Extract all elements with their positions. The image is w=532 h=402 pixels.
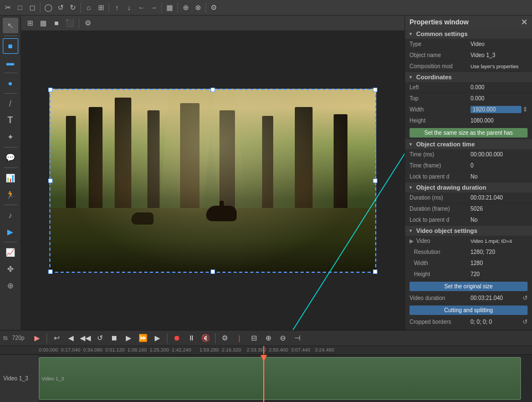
play-icon[interactable]: ▶ — [31, 332, 43, 344]
canvas-fill-icon[interactable]: ■ — [51, 18, 62, 29]
prop-video-height: Height 720 — [405, 269, 532, 280]
track-clip[interactable]: Video 1_3 — [39, 357, 521, 400]
move-tool[interactable]: ⊕ — [3, 278, 18, 293]
stop-icon[interactable]: ⏹ — [108, 332, 120, 344]
prop-width: Width 1920.000 ⇕ — [405, 104, 532, 115]
canvas-settings-icon[interactable]: ⚙ — [83, 18, 94, 29]
tool-separator-1 — [4, 35, 17, 36]
pattern-icon[interactable]: ▦ — [164, 2, 175, 13]
zoom-in-icon[interactable]: ⊕ — [262, 332, 274, 344]
prop-lock-parent-creation: Lock to parent d No — [405, 171, 532, 182]
tool-separator-7 — [4, 242, 17, 242]
canvas-viewport[interactable] — [21, 31, 405, 330]
marker-icon[interactable]: | — [233, 332, 245, 344]
loop-icon[interactable]: ↺ — [94, 332, 106, 344]
arrow-down-icon[interactable]: ↓ — [124, 2, 135, 13]
prop-stretch-video: Stretch video No — [405, 328, 532, 330]
tool-separator-4 — [4, 147, 17, 147]
rewind-icon[interactable]: ◀◀ — [79, 332, 91, 344]
zoom-out-icon[interactable]: ⊖ — [277, 332, 289, 344]
settings-icon[interactable]: ⚙ — [208, 2, 219, 13]
track-label: Video 1_3 — [0, 355, 39, 402]
canvas-grid-icon[interactable]: ⊞ — [24, 18, 35, 29]
arrow-up-icon[interactable]: ↑ — [111, 2, 122, 13]
arrow-left-icon[interactable]: ← — [136, 2, 147, 13]
video-image — [49, 89, 376, 273]
analytics-tool[interactable]: 📈 — [3, 245, 18, 260]
width-spinbox[interactable]: ⇕ — [523, 106, 528, 113]
main-area: ↖ ■ ▬ ● / T ✦ 💬 📊 🏃 ♪ ▶ 📈 ✤ ⊕ ⊞ ▦ ■ ⬛ ⚙ — [0, 16, 532, 330]
text-tool[interactable]: T — [3, 113, 18, 128]
undo-icon[interactable]: ↺ — [55, 2, 66, 13]
pointer-tool[interactable]: ↖ — [3, 18, 18, 33]
chart-tool[interactable]: 📊 — [3, 170, 18, 186]
cropped-reset[interactable]: ↺ — [523, 318, 528, 325]
timeline-area: 0:00.000 0:17.040 0:34.080 0:51.120 1:08… — [0, 346, 532, 402]
toolbar-separator-2 — [80, 3, 81, 13]
drawing-duration-header[interactable]: Object drawing duration — [405, 182, 532, 192]
prev-frame-icon[interactable]: ◀ — [65, 332, 77, 344]
panel-close-icon[interactable]: ✕ — [521, 18, 528, 27]
creation-time-header[interactable]: Object creation time — [405, 139, 532, 149]
fog-overlay — [49, 89, 376, 273]
snap-icon[interactable]: ⊟ — [248, 332, 260, 344]
prop-object-name: Object name Video 1_3 — [405, 50, 532, 61]
pause-icon[interactable]: ⏸ — [185, 332, 197, 344]
record-icon[interactable]: ⏺ — [171, 332, 183, 344]
prop-composition-mode: Composition mod Use layer's properties — [405, 61, 532, 72]
video-duration-reset[interactable]: ↺ — [523, 294, 528, 302]
common-settings-header[interactable]: Common settings — [405, 29, 532, 39]
fast-forward-icon[interactable]: ⏩ — [137, 332, 149, 344]
tool-separator-3 — [4, 93, 17, 94]
home-icon[interactable]: ⌂ — [83, 2, 94, 13]
prop-lock-parent-duration: Lock to parent d No — [405, 215, 532, 226]
canvas-fill2-icon[interactable]: ⬛ — [64, 18, 75, 29]
timeline-settings-icon[interactable]: ⚙ — [219, 332, 231, 344]
redo-icon[interactable]: ↻ — [67, 2, 78, 13]
remove-icon[interactable]: ⊗ — [192, 2, 203, 13]
playback-play-icon[interactable]: ▶ — [122, 332, 135, 344]
select-tool-icon[interactable]: ✂ — [2, 2, 13, 13]
prop-duration-frame: Duration (frame) 5026 — [405, 203, 532, 215]
properties-scroll-area[interactable]: Common settings Type Video Object name V… — [405, 29, 532, 330]
circle-tool-icon[interactable]: ◯ — [43, 2, 54, 13]
timeline-cyan-marker — [263, 355, 264, 402]
music-tool[interactable]: ♪ — [3, 207, 18, 223]
properties-title-bar: Properties window ✕ — [405, 16, 532, 29]
speech-tool[interactable]: 💬 — [3, 150, 18, 165]
arrow-right-icon[interactable]: → — [148, 2, 159, 13]
tool-separator-6 — [4, 205, 17, 205]
pb-sep1 — [47, 333, 47, 343]
track-content[interactable]: Video 1_3 — [39, 355, 532, 402]
video-settings-header[interactable]: Video object settings — [405, 226, 532, 236]
prop-height: Height 1080.000 — [405, 115, 532, 126]
prop-time-ms: Time (ms) 00:00:00.000 — [405, 149, 532, 160]
add-icon[interactable]: ⊕ — [180, 2, 191, 13]
rect2-tool-icon[interactable]: ◻ — [27, 2, 38, 13]
video-expand-icon[interactable]: ▶ — [410, 238, 414, 244]
prop-video-width: Width 1280 — [405, 258, 532, 269]
timeline-end-icon[interactable]: ⊣ — [291, 332, 303, 344]
timeline-ruler: 0:00.000 0:17.040 0:34.080 0:51.120 1:08… — [0, 346, 532, 355]
ellipse-tool[interactable]: ● — [3, 75, 18, 91]
tool-separator-2 — [4, 73, 17, 73]
figure-tool[interactable]: 🏃 — [3, 187, 18, 202]
rect-draw-tool[interactable]: ■ — [3, 38, 18, 54]
original-size-button[interactable]: Set the original size — [410, 282, 528, 291]
video-tool[interactable]: ▶ — [3, 224, 18, 240]
rect-tool-icon[interactable]: □ — [14, 2, 25, 13]
transform-tool[interactable]: ✤ — [3, 261, 18, 277]
mute-icon[interactable]: 🔇 — [200, 332, 212, 344]
pen-tool[interactable]: / — [3, 96, 18, 111]
magic-tool[interactable]: ✦ — [3, 129, 18, 145]
canvas-pattern-icon[interactable]: ▦ — [38, 18, 49, 29]
cutting-button[interactable]: Cutting and splitting — [410, 306, 528, 315]
shape-tool[interactable]: ▬ — [3, 55, 18, 70]
grid-icon[interactable]: ⊞ — [95, 2, 106, 13]
coordinates-header[interactable]: Coordinates — [405, 72, 532, 82]
same-size-button[interactable]: Set the same size as the parent has — [410, 128, 528, 138]
toolbar-separator-6 — [206, 3, 206, 13]
reset-icon[interactable]: ↩ — [50, 332, 63, 344]
next-frame-icon[interactable]: ▶ — [151, 332, 163, 344]
properties-title: Properties window — [410, 18, 469, 26]
